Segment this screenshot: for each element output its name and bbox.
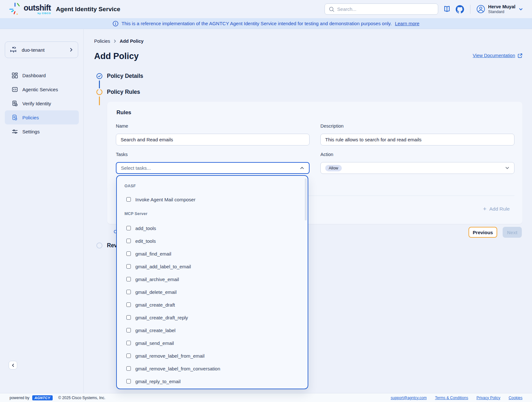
user-name: Herve Muyal [488,4,515,10]
plus-icon: + [483,206,486,212]
description-label: Description [320,123,344,129]
sidebar-item-label: Dashboard [22,73,46,78]
page-footer: powered by AGNTCY © 2025 Cisco Systems, … [0,393,532,402]
checkbox-icon[interactable] [126,341,131,345]
step-current-icon [96,89,102,95]
rules-heading: Rules [116,109,131,116]
footer-link-support-agntcy-com[interactable]: support@agntcy.com [391,396,427,400]
sidebar-item-dashboard[interactable]: Dashboard [5,68,79,82]
previous-button[interactable]: Previous [468,227,497,238]
checkbox-icon[interactable] [126,290,131,294]
chevron-down-icon[interactable] [505,166,510,170]
breadcrumb-add-policy: Add Policy [120,39,144,44]
action-select[interactable]: Allow [320,162,514,174]
dropdown-option-gmail-create-label[interactable]: gmail_create_label [117,324,308,337]
chevron-down-icon[interactable] [519,7,523,11]
dropdown-option-gmail-reply-to-email[interactable]: gmail_reply_to_email [117,375,308,388]
action-label: Action [320,152,333,157]
dropdown-option-label: gmail_create_label [135,328,176,333]
dropdown-option-label: gmail_archive_email [135,277,179,282]
info-banner: This is a reference implementation of th… [0,18,532,29]
sidebar-item-verify-identity[interactable]: Verify Identity [5,96,79,110]
rule-description-input[interactable] [320,134,514,145]
rule-name-input[interactable] [116,134,310,145]
dropdown-option-gmail-create-draft-reply[interactable]: gmail_create_draft_reply [117,311,308,324]
name-label: Name [116,123,128,129]
footer-link-privacy-policy[interactable]: Privacy Policy [476,396,500,400]
dropdown-option-gmail-add-label-to-email[interactable]: gmail_add_label_to_email [117,260,308,273]
chevron-up-icon[interactable] [300,166,304,170]
agntcy-badge[interactable]: AGNTCY [32,395,52,400]
dropdown-option-gmail-archive-email[interactable]: gmail_archive_email [117,273,308,286]
sidebar-item-settings[interactable]: Settings [5,124,79,138]
checkbox-icon[interactable] [126,379,131,383]
checkbox-icon[interactable] [126,277,131,281]
dropdown-option-gmail-remove-label-from-conversation[interactable]: gmail_remove_label_from_conversation [117,362,308,375]
step-policy-details[interactable]: Policy Details [107,73,143,79]
sidebar-nav: DashboardAgentic ServicesVerify Identity… [5,68,79,138]
step-policy-rules[interactable]: Policy Rules [107,89,140,95]
user-role: Standard [488,10,515,14]
github-icon[interactable] [456,5,464,13]
view-documentation-link[interactable]: View Documentation [473,53,522,58]
sidebar-item-label: Agentic Services [22,87,58,92]
dropdown-option-gmail-remove-label-from-email[interactable]: gmail_remove_label_from_email [117,349,308,362]
sidebar-collapse-button[interactable] [9,361,17,369]
global-search[interactable] [325,4,438,15]
banner-text: This is a reference implementation of th… [122,21,392,26]
tenant-switcher[interactable]: duo-tenant [5,41,78,58]
tasks-select[interactable]: Select tasks... [116,162,310,174]
tenant-name: duo-tenant [22,47,65,53]
documentation-book-icon[interactable] [443,5,451,13]
policies-icon [12,115,18,121]
dropdown-option-gmail-send-email[interactable]: gmail_send_email [117,337,308,349]
dropdown-option-add-tools[interactable]: add_tools [117,222,308,234]
dropdown-option-label: gmail_remove_label_from_email [135,353,205,359]
dashboard-icon [12,72,18,78]
checkbox-icon[interactable] [126,366,131,371]
breadcrumb-policies[interactable]: Policies [94,39,110,44]
dropdown-option-label: gmail_find_email [135,251,171,257]
dropdown-option-invoke-agent-mail-composer[interactable]: Invoke Agent Mail composer [117,193,308,206]
checkbox-icon[interactable] [126,197,131,202]
sidebar-item-policies[interactable]: Policies [5,110,79,124]
checkbox-icon[interactable] [126,354,131,358]
footer-link-cookies[interactable]: Cookies [509,396,522,400]
dropdown-option-gmail-create-draft[interactable]: gmail_create_draft [117,298,308,311]
tasks-label: Tasks [116,152,128,157]
sidebar-item-label: Policies [22,115,39,120]
dropdown-option-gmail-delete-email[interactable]: gmail_delete_email [117,286,308,298]
avatar-icon [476,5,485,13]
checkbox-icon[interactable] [126,264,131,269]
checkbox-icon[interactable] [126,315,131,320]
checkbox-icon[interactable] [126,239,131,243]
copyright-text: © 2025 Cisco Systems, Inc. [58,396,106,400]
sidebar-item-label: Verify Identity [22,101,51,106]
top-header: outshift by CISCO Agent Identity Service [0,0,532,18]
checkbox-icon[interactable] [126,226,131,230]
user-menu[interactable]: Herve Muyal Standard [476,4,523,14]
brand-sub: by CISCO [38,12,51,15]
outshift-logo[interactable]: outshift by CISCO [9,3,51,16]
checkbox-icon[interactable] [126,251,131,256]
outshift-burst-icon [9,2,21,16]
dropdown-option-gmail-find-email[interactable]: gmail_find_email [117,247,308,260]
sidebar: duo-tenant DashboardAgentic ServicesVeri… [0,29,84,393]
dropdown-option-edit-tools[interactable]: edit_tools [117,234,308,247]
footer-link-terms-conditions[interactable]: Terms & Conditions [435,396,468,400]
breadcrumb-chevron-icon [113,39,117,43]
learn-more-link[interactable]: Learn more [395,21,419,26]
app-window: outshift by CISCO Agent Identity Service [0,0,532,402]
external-link-icon [518,53,522,58]
next-button[interactable]: Next [503,227,522,238]
stepper-connector [99,80,100,88]
add-rule-button[interactable]: + Add Rule [483,206,510,212]
sidebar-item-agentic-services[interactable]: Agentic Services [5,82,79,96]
checkbox-icon[interactable] [126,302,131,307]
dropdown-scrollbar[interactable] [305,178,307,220]
checkbox-icon[interactable] [126,328,131,332]
dropdown-option-label: gmail_create_draft [135,302,175,308]
dropdown-group-label: OASF [117,179,308,193]
search-input[interactable] [337,6,434,12]
brand-name: outshift [24,4,51,11]
